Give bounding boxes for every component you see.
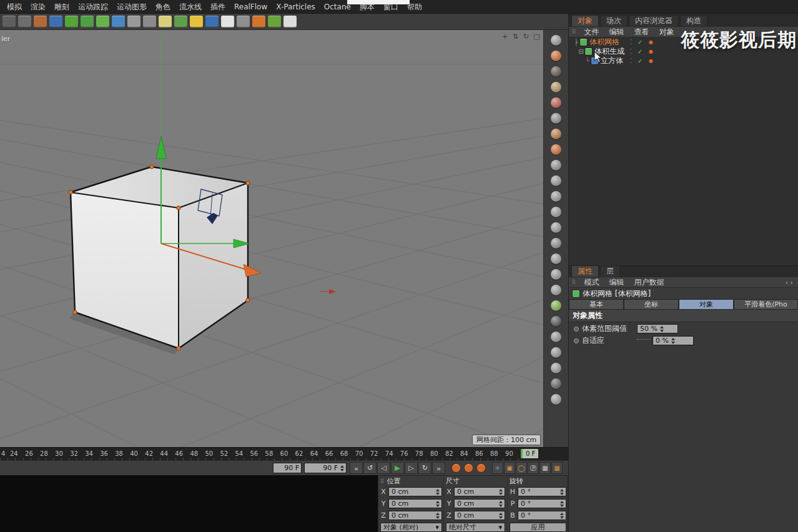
am-menu-edit[interactable]: 编辑: [604, 277, 629, 288]
menu-item[interactable]: 角色: [151, 0, 175, 14]
autokey-button[interactable]: [464, 463, 473, 473]
field-stepper[interactable]: [436, 489, 440, 495]
paint-tool-icon[interactable]: [551, 97, 561, 108]
record-rotation-toggle[interactable]: ◯: [516, 462, 527, 474]
visibility-dots-icon[interactable]: ⁚: [630, 57, 632, 64]
play-button[interactable]: ▶: [391, 462, 404, 474]
menu-item[interactable]: 运动跟踪: [74, 0, 112, 14]
paint-brush-icon[interactable]: [283, 16, 297, 27]
menu-item[interactable]: X-Particles: [272, 0, 320, 14]
render-view-icon[interactable]: [237, 16, 250, 27]
deform-icon[interactable]: [551, 269, 561, 280]
sculpt-tool-icon[interactable]: [81, 16, 94, 27]
panel-grip-icon[interactable]: ⠿: [569, 279, 579, 285]
material-sphere-icon[interactable]: [551, 51, 561, 61]
object-tree-row[interactable]: ⊟ 体积生成 ⁚ ✓ ●: [569, 47, 798, 56]
section-tab-object[interactable]: 对象: [679, 299, 734, 310]
enabled-check-icon[interactable]: ✓: [638, 57, 643, 64]
panel-grip-icon[interactable]: ⠿: [569, 29, 579, 35]
section-tab-phong[interactable]: 平滑着色(Pho: [734, 299, 798, 310]
record-keyframe-button[interactable]: [451, 463, 461, 473]
pen-tool-icon[interactable]: [65, 16, 78, 27]
rotate-tool-icon[interactable]: [551, 175, 561, 186]
tag-sphere-icon[interactable]: [551, 394, 561, 405]
tab-content-browser[interactable]: 内容浏览器: [629, 15, 679, 26]
wire-cube-icon[interactable]: [551, 238, 561, 249]
record-pla-toggle[interactable]: ▦: [539, 462, 551, 474]
adaptive-field[interactable]: 0 %: [653, 336, 694, 345]
zoom-view-icon[interactable]: ⇅: [511, 32, 520, 41]
light-icon[interactable]: [159, 16, 172, 27]
enabled-check-icon[interactable]: ✓: [638, 39, 643, 46]
cluster-dots-icon[interactable]: [143, 16, 156, 27]
keyframe-bullet-icon[interactable]: [574, 338, 579, 343]
history-nav-icons[interactable]: ‹ ›: [786, 278, 798, 287]
visibility-dots-icon[interactable]: ⁚: [630, 39, 632, 46]
position-field[interactable]: 0 cm: [388, 511, 442, 520]
om-menu-edit[interactable]: 编辑: [604, 26, 629, 37]
film-icon[interactable]: [34, 16, 47, 27]
om-menu-objects[interactable]: 对象: [654, 26, 679, 37]
frame-stepper[interactable]: [340, 465, 344, 471]
material-dot-icon[interactable]: ●: [649, 39, 653, 45]
section-tab-basic[interactable]: 基本: [569, 299, 624, 310]
rotation-field[interactable]: 0 °: [518, 487, 566, 496]
size-mode-dropdown[interactable]: 绝对尺寸▾: [446, 523, 505, 532]
tab-objects[interactable]: 对象: [571, 15, 599, 26]
visibility-dots-icon[interactable]: ⁚: [630, 48, 632, 55]
navigation-globe-icon[interactable]: [551, 35, 561, 46]
bone-tool-icon[interactable]: [551, 82, 561, 92]
voxel-threshold-field[interactable]: 50 %: [637, 324, 678, 333]
dark-sphere-icon-2[interactable]: [551, 378, 561, 389]
orange-sphere-icon[interactable]: [551, 144, 561, 155]
field-stepper[interactable]: [671, 338, 675, 344]
keyframe-bullet-icon[interactable]: [574, 327, 579, 332]
apply-button[interactable]: 应用: [510, 523, 566, 532]
field-stepper[interactable]: [560, 489, 564, 495]
tab-structure[interactable]: 构造: [680, 15, 707, 26]
current-frame-field[interactable]: 90 F: [304, 463, 347, 473]
rotate-view-icon[interactable]: ↻: [522, 32, 530, 41]
record-position-toggle[interactable]: +: [492, 462, 503, 474]
position-field[interactable]: 0 cm: [388, 487, 442, 496]
object-tree-row[interactable]: ├ 体积网格 ⁚ ✓ ●: [569, 37, 798, 47]
playhead-marker[interactable]: 0 F: [521, 449, 538, 458]
field-stepper[interactable]: [560, 501, 564, 507]
size-field[interactable]: 0 cm: [454, 511, 505, 520]
object-tree-row[interactable]: └ 立方体 ⁚ ✓ ●: [569, 56, 798, 66]
pan-view-icon[interactable]: +: [501, 32, 509, 41]
goto-start-button[interactable]: «: [350, 462, 363, 474]
timeline-ruler[interactable]: 4 24262830323436384042444648505254565860…: [0, 447, 568, 460]
om-menu-file[interactable]: 文件: [579, 26, 604, 37]
field-stepper[interactable]: [499, 489, 503, 495]
field-stepper[interactable]: [560, 513, 564, 519]
dark-sphere-icon[interactable]: [551, 66, 561, 77]
menu-item[interactable]: 模拟: [2, 0, 26, 14]
next-frame-button[interactable]: ▷: [405, 462, 418, 474]
tab-attributes[interactable]: 属性: [571, 265, 599, 277]
cube-object[interactable]: [69, 165, 250, 355]
field-stepper[interactable]: [436, 513, 440, 519]
menu-item[interactable]: 插件: [206, 0, 230, 14]
om-menu-view[interactable]: 查看: [629, 26, 654, 37]
record-options-button[interactable]: [476, 463, 486, 473]
size-field[interactable]: 0 cm: [454, 499, 505, 508]
magnet-tool-icon[interactable]: [551, 207, 561, 217]
render-settings-icon[interactable]: [252, 16, 265, 27]
sphere-icon-3[interactable]: [551, 347, 561, 358]
goto-end-button[interactable]: »: [432, 462, 445, 474]
eye-sphere-icon[interactable]: [551, 363, 561, 373]
record-scale-toggle[interactable]: ▣: [504, 462, 515, 474]
tab-takes[interactable]: 场次: [600, 15, 628, 26]
prev-key-button[interactable]: ↺: [363, 462, 377, 474]
smooth-icon[interactable]: [551, 285, 561, 295]
field-stepper[interactable]: [499, 501, 503, 507]
next-key-button[interactable]: ↻: [418, 462, 431, 474]
keyframe-preset-toggle[interactable]: ▦: [551, 462, 563, 474]
tab-layers[interactable]: 层: [600, 265, 620, 277]
field-stepper[interactable]: [436, 501, 440, 507]
half-sphere-icon[interactable]: [205, 16, 219, 27]
am-menu-userdata[interactable]: 用户数据: [629, 277, 669, 288]
xpresso-flash-icon[interactable]: [190, 16, 203, 27]
sphere-icon-2[interactable]: [551, 332, 561, 342]
